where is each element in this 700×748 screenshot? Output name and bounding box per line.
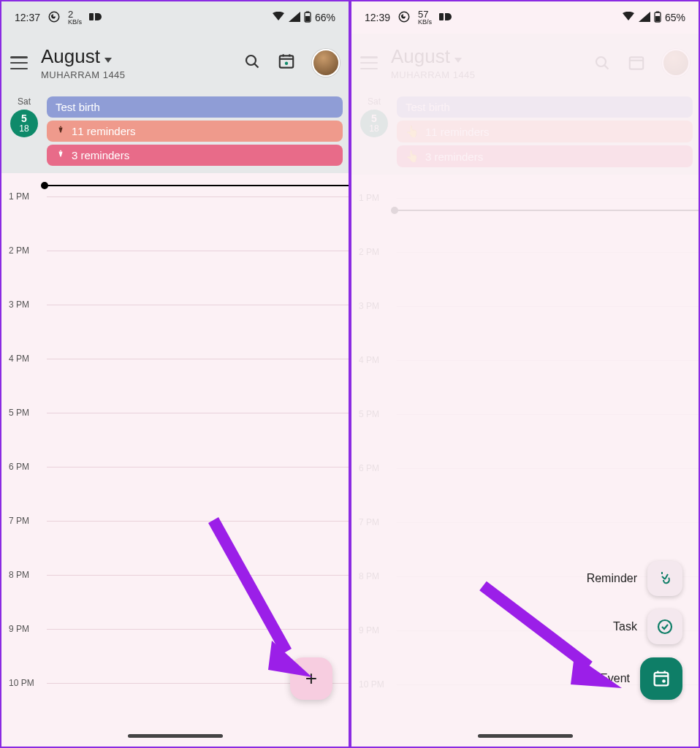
- battery-icon: [304, 11, 311, 25]
- hour-label: 5 PM: [359, 409, 379, 419]
- hour-row[interactable]: 4 PM: [47, 359, 349, 413]
- hour-label: 10 PM: [9, 678, 34, 688]
- svg-rect-21: [630, 57, 643, 69]
- current-time-dot: [41, 182, 48, 189]
- svg-line-6: [254, 64, 259, 68]
- hour-row[interactable]: 1 PM: [47, 196, 349, 251]
- status-time: 12:37: [15, 12, 40, 23]
- allday-event[interactable]: Test birth: [47, 96, 343, 118]
- chip-label: 3 reminders: [72, 149, 129, 161]
- account-avatar[interactable]: [312, 49, 340, 77]
- check-circle-icon: [647, 609, 682, 644]
- svg-point-19: [596, 57, 606, 66]
- calendar-event-icon: [640, 657, 682, 700]
- whatsapp-icon: [397, 10, 411, 26]
- fab-item-task[interactable]: Task: [613, 609, 682, 644]
- svg-line-29: [483, 586, 589, 666]
- hour-row[interactable]: 2 PM: [47, 251, 349, 305]
- hour-label: 4 PM: [359, 355, 379, 365]
- hour-row[interactable]: 6 PM: [397, 468, 699, 522]
- phone-right: 12:39 57 KB/s 65% August: [350, 0, 700, 748]
- hour-label: 3 PM: [359, 301, 379, 311]
- chip-label: 11 reminders: [72, 125, 136, 137]
- hour-row[interactable]: 8 PM: [47, 575, 349, 629]
- fab-label: Task: [613, 620, 637, 633]
- svg-line-20: [604, 65, 609, 69]
- hour-row[interactable]: 4 PM: [397, 360, 699, 414]
- signal-icon: [639, 12, 650, 24]
- svg-point-28: [662, 679, 666, 683]
- today-button[interactable]: [277, 52, 296, 74]
- battery-icon: [654, 11, 661, 25]
- fab-label: Reminder: [587, 572, 637, 585]
- signal-icon: [289, 12, 300, 24]
- current-time-line: [44, 185, 349, 186]
- hour-row[interactable]: 3 PM: [47, 305, 349, 359]
- hour-row[interactable]: 7 PM: [47, 521, 349, 575]
- hour-label: 10 PM: [359, 679, 384, 690]
- network-speed: 2 KB/s: [68, 9, 82, 26]
- title-subtitle: MUHARRAM 1445: [41, 69, 126, 80]
- svg-rect-3: [306, 11, 309, 12]
- svg-rect-1: [89, 13, 94, 20]
- status-bar: 12:39 57 KB/s 65%: [351, 1, 699, 34]
- app-header: August MUHARRAM 1445: [1, 34, 349, 92]
- hour-label: 8 PM: [359, 571, 379, 581]
- fab-item-reminder[interactable]: Reminder: [587, 561, 682, 596]
- svg-point-23: [658, 620, 672, 633]
- hour-row[interactable]: 5 PM: [397, 414, 699, 468]
- status-bar: 12:37 2 KB/s 66%: [1, 1, 349, 34]
- reminder-icon: [56, 149, 66, 161]
- chevron-down-icon: [104, 58, 112, 63]
- svg-rect-4: [305, 16, 310, 21]
- network-speed: 57 KB/s: [418, 9, 432, 26]
- dnd-icon: [89, 12, 102, 24]
- dnd-icon: [439, 12, 452, 24]
- allday-section: Sat 5 18 Test birth 11 reminders 3 remin…: [1, 92, 349, 173]
- hour-label: 8 PM: [9, 570, 29, 580]
- hour-label: 1 PM: [9, 191, 29, 202]
- day-weekday: Sat: [18, 96, 31, 107]
- title-month: August: [41, 45, 100, 68]
- page-title[interactable]: August MUHARRAM 1445: [41, 45, 126, 80]
- hour-label: 1 PM: [359, 193, 379, 203]
- hour-row[interactable]: 2 PM: [397, 252, 699, 306]
- menu-button[interactable]: [10, 56, 28, 69]
- hour-row[interactable]: 1 PM: [397, 198, 699, 252]
- svg-rect-7: [280, 56, 293, 67]
- whatsapp-icon: [47, 10, 61, 26]
- allday-reminders-2[interactable]: 3 reminders: [47, 145, 343, 166]
- hour-label: 6 PM: [9, 462, 29, 472]
- status-time: 12:39: [365, 12, 390, 23]
- battery-percent: 66%: [315, 12, 335, 23]
- hour-label: 2 PM: [9, 245, 29, 256]
- nav-home-pill[interactable]: [478, 734, 573, 738]
- hour-label: 9 PM: [359, 625, 379, 636]
- app-header: August MUHARRAM 1445: [351, 34, 699, 92]
- hour-label: 9 PM: [9, 624, 29, 634]
- hour-label: 4 PM: [9, 354, 29, 364]
- search-button[interactable]: [243, 53, 261, 73]
- hour-label: 6 PM: [359, 463, 379, 473]
- reminder-icon: [647, 561, 682, 596]
- hour-label: 2 PM: [359, 247, 379, 257]
- day-date-badge[interactable]: 5 18: [10, 110, 38, 137]
- phone-left: 12:37 2 KB/s 66% August MUHARRAM 1445: [0, 0, 350, 748]
- wifi-icon: [622, 12, 635, 24]
- wifi-icon: [272, 12, 285, 24]
- time-grid[interactable]: 1 PM2 PM3 PM4 PM5 PM6 PM7 PM8 PM9 PM10 P…: [1, 173, 349, 727]
- svg-point-11: [285, 62, 288, 65]
- allday-reminders[interactable]: 11 reminders: [47, 121, 343, 142]
- hour-label: 7 PM: [9, 516, 29, 526]
- fab-item-event[interactable]: Event: [600, 657, 682, 700]
- create-fab[interactable]: +: [290, 657, 332, 700]
- fab-create-menu: Reminder Task Event: [587, 561, 682, 700]
- reminder-icon: [56, 125, 66, 137]
- hour-row[interactable]: 6 PM: [47, 467, 349, 521]
- hour-row[interactable]: 5 PM: [47, 413, 349, 467]
- hour-row[interactable]: 3 PM: [397, 306, 699, 360]
- nav-home-pill[interactable]: [128, 734, 223, 738]
- svg-rect-17: [656, 11, 659, 12]
- svg-rect-24: [655, 673, 669, 686]
- hour-label: 3 PM: [9, 299, 29, 310]
